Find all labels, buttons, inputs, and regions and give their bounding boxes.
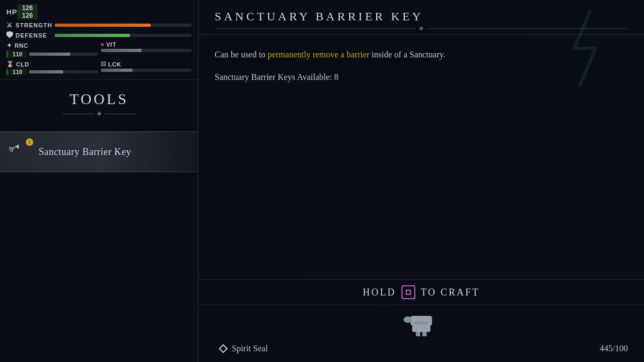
vit-bar-container xyxy=(101,49,192,52)
right-panel: SANCTUARY BARRIER KEY Can be used to per… xyxy=(199,0,644,362)
craft-section: HOLD TO CRAFT xyxy=(199,279,644,362)
lck-icon: ⚄ xyxy=(101,61,106,68)
lck-stat: ⚄ LCK xyxy=(101,61,192,75)
rnc-icon: ✦ xyxy=(6,41,12,50)
strength-bar-container xyxy=(55,24,192,27)
divider-line-right xyxy=(104,114,136,114)
cld-bar-container xyxy=(29,70,98,73)
cld-stat: ⌛ CLD 110 xyxy=(6,61,98,75)
item-icon-wrapper: 🗝 ! xyxy=(9,141,31,163)
item-description-area: Can be used to permanently remove a barr… xyxy=(199,35,644,279)
defense-icon xyxy=(6,31,13,39)
craft-button-inner xyxy=(406,290,411,295)
craft-button-icon[interactable] xyxy=(401,285,415,299)
divider-line-left xyxy=(62,114,94,114)
stats-grid: ✦ RNC 110 ♥ VIT xyxy=(6,41,192,75)
defense-bar xyxy=(55,34,130,37)
key-icon: 🗝 xyxy=(6,138,23,157)
cld-bar xyxy=(29,70,63,73)
material-name: Spirit Seal xyxy=(232,344,595,353)
title-divider-diamond xyxy=(419,26,423,31)
desc-highlight: permanently remove a barrier xyxy=(268,50,370,59)
defense-row: DEFENSE xyxy=(6,31,192,39)
svg-rect-4 xyxy=(422,332,427,336)
divider-diamond xyxy=(97,112,101,116)
item-availability: Sanctuary Barrier Keys Available: 8 xyxy=(215,72,628,82)
rnc-bar xyxy=(29,53,70,56)
defense-label: DEFENSE xyxy=(6,31,55,39)
vit-bar xyxy=(101,49,142,52)
availability-count: 8 xyxy=(334,72,339,82)
hp-max: 126 xyxy=(17,12,38,19)
item-title-divider xyxy=(215,27,628,30)
anvil-icon-wrapper xyxy=(402,312,440,338)
material-row: Spirit Seal 445/100 xyxy=(215,344,628,353)
stats-area: HP 126 126 ⚔ STRENGTH DEFENSE xyxy=(0,0,198,80)
material-diamond-icon xyxy=(219,344,228,353)
svg-rect-3 xyxy=(416,332,420,336)
item-detail-panel: SANCTUARY BARRIER KEY Can be used to per… xyxy=(199,0,644,279)
tools-title: TOOLS xyxy=(0,91,198,108)
cld-icon: ⌛ xyxy=(6,61,14,68)
item-badge: ! xyxy=(26,138,33,146)
craft-details: Spirit Seal 445/100 xyxy=(199,305,644,362)
svg-rect-2 xyxy=(412,324,430,332)
rnc-stat: ✦ RNC 110 xyxy=(6,41,98,57)
tools-divider xyxy=(0,112,198,115)
craft-hold-text-1: HOLD xyxy=(363,287,396,298)
availability-label: Sanctuary Barrier Keys Available: xyxy=(215,72,332,82)
cld-value: 110 xyxy=(6,69,27,75)
strength-label: ⚔ STRENGTH xyxy=(6,21,55,29)
title-divider-line-right xyxy=(427,28,628,29)
item-name: Sanctuary Barrier Key xyxy=(39,146,131,158)
desc-plain-1: Can be used to xyxy=(215,50,268,59)
title-divider-line-left xyxy=(215,28,415,29)
rnc-value: 110 xyxy=(6,51,27,57)
anvil-icon xyxy=(402,312,440,338)
vit-icon: ♥ xyxy=(101,41,105,48)
item-detail-header: SANCTUARY BARRIER KEY xyxy=(199,0,644,35)
item-description-text: Can be used to permanently remove a barr… xyxy=(215,48,628,62)
craft-hold-text-2: TO CRAFT xyxy=(421,287,480,298)
craft-hold-bar: HOLD TO CRAFT xyxy=(199,280,644,305)
lck-bar-container xyxy=(101,69,192,72)
lck-bar xyxy=(101,69,133,72)
svg-point-5 xyxy=(404,316,412,323)
tools-section: TOOLS xyxy=(0,80,198,121)
strength-bar xyxy=(55,24,151,27)
strength-icon: ⚔ xyxy=(6,21,13,29)
defense-bar-container xyxy=(55,34,192,37)
rnc-bar-container xyxy=(29,53,98,56)
hp-label: HP xyxy=(6,8,17,16)
hp-values: 126 126 xyxy=(17,4,38,19)
strength-row: ⚔ STRENGTH xyxy=(6,21,192,29)
desc-plain-2: inside of a Sanctuary. xyxy=(369,50,445,59)
material-count: 445/100 xyxy=(600,344,628,353)
hp-current: 126 xyxy=(17,4,38,12)
left-panel: HP 126 126 ⚔ STRENGTH DEFENSE xyxy=(0,0,199,362)
selected-item-row[interactable]: 🗝 ! Sanctuary Barrier Key xyxy=(0,131,198,172)
item-title: SANCTUARY BARRIER KEY xyxy=(215,10,628,24)
svg-rect-1 xyxy=(414,321,428,324)
vit-stat: ♥ VIT xyxy=(101,41,192,57)
hp-row: HP 126 126 xyxy=(6,4,192,19)
